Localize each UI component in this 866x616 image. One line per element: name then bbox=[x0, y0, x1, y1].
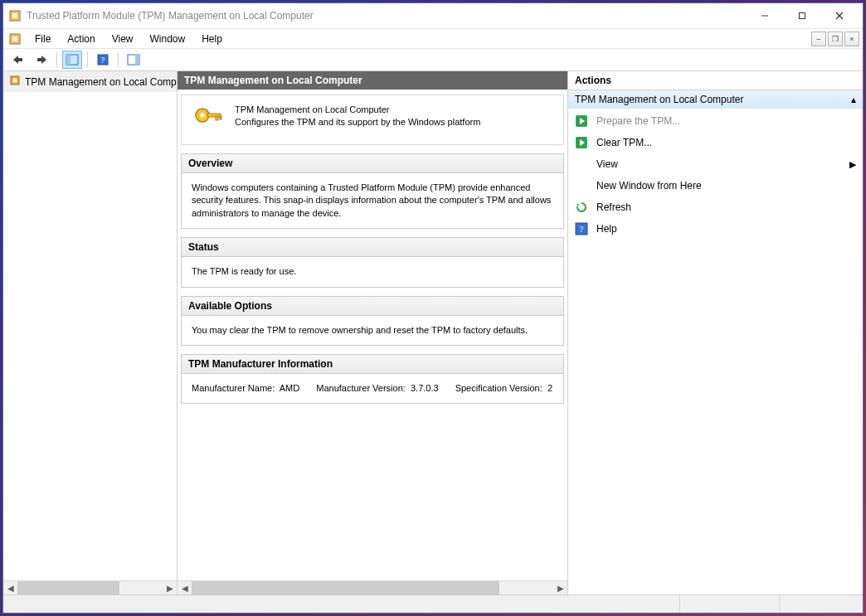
section-manufacturer: TPM Manufacturer Information Manufacture… bbox=[181, 354, 564, 404]
actions-pane: Actions TPM Management on Local Computer… bbox=[568, 71, 863, 594]
action-refresh[interactable]: Refresh bbox=[568, 196, 863, 218]
menu-window[interactable]: Window bbox=[142, 29, 194, 48]
mfr-name-value: AMD bbox=[280, 383, 299, 393]
back-button[interactable] bbox=[8, 51, 28, 69]
menubar: File Action View Window Help – ❐ × bbox=[3, 28, 863, 48]
action-view[interactable]: View ▶ bbox=[568, 153, 863, 175]
chevron-right-icon: ▶ bbox=[849, 159, 856, 170]
menu-file[interactable]: File bbox=[27, 29, 59, 48]
banner-description: Configures the TPM and its support by th… bbox=[235, 116, 480, 129]
help-button[interactable]: ? bbox=[93, 51, 113, 69]
maximize-button[interactable] bbox=[783, 4, 820, 27]
refresh-icon bbox=[575, 201, 588, 214]
section-overview-header: Overview bbox=[182, 154, 563, 173]
center-pane: TPM Management on Local Computer TPM bbox=[178, 71, 568, 594]
svg-point-19 bbox=[13, 79, 17, 83]
section-status-header: Status bbox=[182, 238, 563, 257]
tree-horizontal-scrollbar[interactable]: ◀ ▶ bbox=[3, 580, 177, 594]
tree-root-label: TPM Management on Local Comp bbox=[25, 76, 177, 88]
svg-point-21 bbox=[200, 113, 205, 118]
blank-icon bbox=[575, 179, 588, 192]
banner-title: TPM Management on Local Computer bbox=[235, 104, 480, 116]
svg-text:?: ? bbox=[580, 224, 584, 234]
section-overview: Overview Windows computers containing a … bbox=[181, 153, 564, 229]
mfr-version-value: 3.7.0.3 bbox=[411, 383, 439, 393]
toolbar-separator bbox=[87, 52, 88, 67]
menubar-icon bbox=[7, 29, 23, 48]
section-status-body: The TPM is ready for use. bbox=[182, 257, 563, 286]
forward-button[interactable] bbox=[32, 51, 51, 69]
action-help[interactable]: ? Help bbox=[568, 218, 863, 240]
action-label: Clear TPM... bbox=[596, 137, 652, 148]
svg-rect-1 bbox=[12, 13, 17, 18]
mfr-spec-label: Specification Version: bbox=[455, 383, 542, 393]
main-window: Trusted Platform Module (TPM) Management… bbox=[2, 2, 864, 614]
section-overview-body: Windows computers containing a Trusted P… bbox=[182, 173, 563, 228]
mfr-version-label: Manufacturer Version: bbox=[316, 383, 406, 393]
section-manufacturer-header: TPM Manufacturer Information bbox=[182, 355, 563, 374]
menu-action[interactable]: Action bbox=[59, 29, 103, 48]
svg-text:?: ? bbox=[101, 56, 105, 65]
action-label: Help bbox=[596, 223, 617, 235]
scroll-right-button[interactable]: ▶ bbox=[163, 581, 177, 595]
help-icon: ? bbox=[575, 222, 588, 235]
key-icon bbox=[193, 104, 225, 133]
action-clear-tpm[interactable]: Clear TPM... bbox=[568, 132, 863, 153]
show-hide-action-pane-button[interactable] bbox=[124, 51, 144, 69]
center-header: TPM Management on Local Computer bbox=[178, 71, 567, 90]
minimize-button[interactable] bbox=[746, 4, 783, 27]
close-button[interactable] bbox=[820, 4, 858, 27]
menu-view[interactable]: View bbox=[104, 29, 142, 48]
tree-pane: TPM Management on Local Comp ◀ ▶ bbox=[3, 71, 178, 594]
svg-rect-24 bbox=[220, 116, 221, 119]
mdi-minimize-button[interactable]: – bbox=[811, 32, 826, 46]
blank-icon bbox=[575, 158, 588, 171]
toolbar: ? bbox=[3, 48, 863, 71]
svg-rect-7 bbox=[12, 36, 17, 41]
svg-marker-29 bbox=[577, 203, 580, 206]
section-options: Available Options You may clear the TPM … bbox=[181, 296, 564, 346]
action-label: View bbox=[596, 158, 618, 170]
arrow-right-green-icon bbox=[575, 114, 588, 128]
svg-rect-9 bbox=[17, 58, 22, 61]
menu-help[interactable]: Help bbox=[193, 29, 231, 48]
scroll-left-button[interactable]: ◀ bbox=[178, 581, 192, 595]
svg-rect-22 bbox=[207, 114, 221, 117]
collapse-icon: ▴ bbox=[851, 94, 856, 105]
mdi-restore-button[interactable]: ❐ bbox=[828, 32, 843, 46]
toolbar-separator bbox=[56, 52, 57, 67]
action-label: New Window from Here bbox=[596, 180, 702, 192]
window-title: Trusted Platform Module (TPM) Management… bbox=[27, 10, 746, 22]
tree-root-item[interactable]: TPM Management on Local Comp bbox=[3, 71, 177, 92]
section-status: Status The TPM is ready for use. bbox=[181, 237, 564, 287]
arrow-right-green-icon bbox=[575, 136, 588, 149]
app-icon bbox=[8, 9, 22, 22]
action-label: Prepare the TPM... bbox=[596, 115, 680, 127]
mfr-spec-value: 2. bbox=[547, 383, 553, 393]
show-hide-tree-button[interactable] bbox=[62, 51, 82, 69]
section-options-header: Available Options bbox=[182, 297, 563, 316]
action-label: Refresh bbox=[596, 201, 631, 213]
center-horizontal-scrollbar[interactable]: ◀ ▶ bbox=[178, 580, 567, 594]
scroll-left-button[interactable]: ◀ bbox=[3, 581, 17, 595]
section-options-body: You may clear the TPM to remove ownershi… bbox=[182, 316, 563, 345]
statusbar bbox=[3, 594, 863, 613]
action-new-window[interactable]: New Window from Here bbox=[568, 175, 863, 196]
action-prepare-tpm[interactable]: Prepare the TPM... bbox=[568, 110, 863, 132]
toolbar-separator bbox=[118, 52, 119, 67]
content-area: TPM Management on Local Comp ◀ ▶ TPM Man… bbox=[3, 71, 863, 594]
actions-header: Actions bbox=[568, 71, 863, 90]
scroll-right-button[interactable]: ▶ bbox=[553, 581, 567, 595]
banner: TPM Management on Local Computer Configu… bbox=[181, 95, 564, 145]
svg-rect-11 bbox=[37, 58, 42, 61]
titlebar: Trusted Platform Module (TPM) Management… bbox=[3, 3, 863, 28]
svg-rect-23 bbox=[216, 116, 218, 120]
svg-rect-17 bbox=[135, 55, 139, 65]
svg-rect-13 bbox=[66, 55, 71, 65]
chip-icon bbox=[8, 74, 22, 90]
svg-rect-3 bbox=[799, 13, 805, 19]
actions-group-title: TPM Management on Local Computer bbox=[575, 94, 743, 105]
actions-group-header[interactable]: TPM Management on Local Computer ▴ bbox=[568, 90, 863, 109]
mfr-name-label: Manufacturer Name: bbox=[192, 383, 275, 393]
mdi-close-button[interactable]: × bbox=[844, 32, 859, 46]
